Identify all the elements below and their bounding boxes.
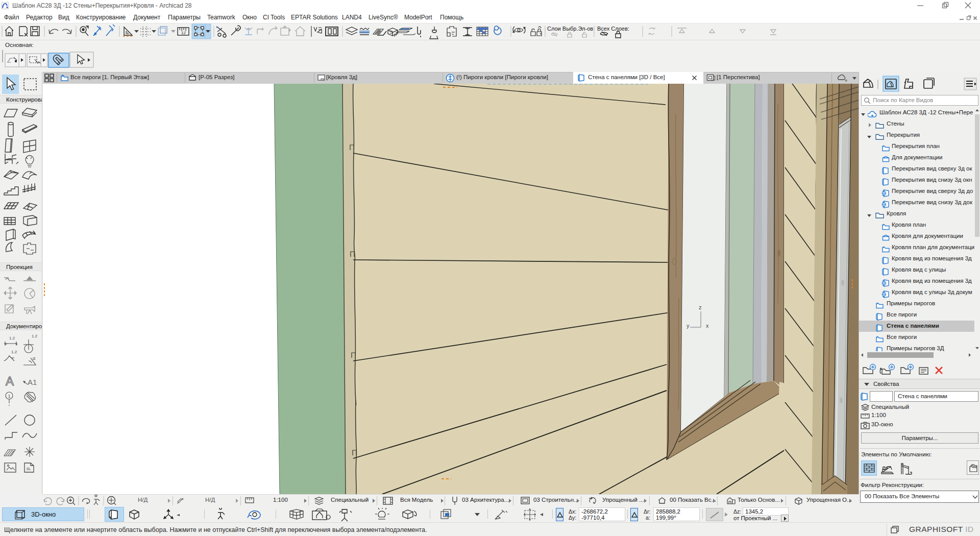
- svg-text:12: 12: [181, 31, 186, 35]
- svg-text:1.2: 1.2: [32, 334, 38, 338]
- svg-text:1: 1: [8, 394, 11, 399]
- svg-text:1.2: 1.2: [11, 350, 17, 354]
- svg-text:A1: A1: [28, 378, 37, 386]
- svg-text:Всех Слоев:: Всех Слоев:: [597, 26, 629, 32]
- svg-text:A: A: [6, 374, 14, 388]
- svg-text:z: z: [699, 304, 702, 310]
- svg-text:1.2: 1.2: [9, 336, 15, 340]
- svg-text:y: y: [687, 323, 690, 329]
- svg-text:x: x: [706, 323, 709, 329]
- svg-text:α: α: [33, 356, 35, 361]
- svg-text:Слои Выбр.Эл-ов: Слои Выбр.Эл-ов: [547, 26, 593, 32]
